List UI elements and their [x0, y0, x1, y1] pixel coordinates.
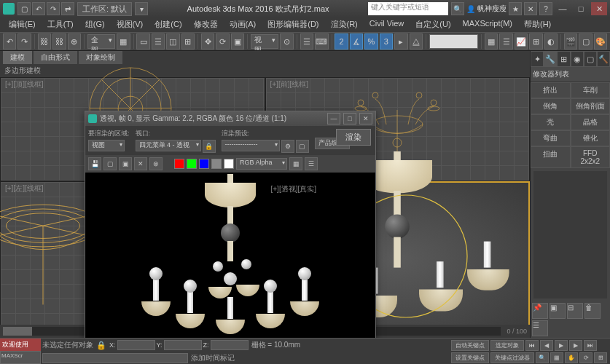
toggle-ui[interactable]: ▦	[289, 157, 302, 170]
viewport-combo[interactable]: 四元菜单 4 - 透视	[136, 140, 201, 151]
help-icon[interactable]: 🔍	[451, 2, 464, 15]
qat-new[interactable]: ▢	[17, 2, 31, 15]
channel-combo[interactable]: RGB Alpha	[236, 158, 287, 170]
select-button[interactable]: ▭	[136, 33, 149, 50]
mod-bevelprofile[interactable]: 倒角剖面	[571, 98, 611, 114]
menu-view[interactable]: 视图(V)	[112, 17, 148, 32]
ribbon-tab-modeling[interactable]: 建模	[3, 51, 32, 64]
print-button[interactable]: ✕	[134, 157, 147, 170]
play-next[interactable]: ▶	[569, 340, 582, 351]
angle-snap[interactable]: ∡	[350, 33, 363, 50]
select-name-button[interactable]: ☰	[152, 33, 165, 50]
qat-link[interactable]: ⇄	[61, 2, 74, 15]
channel-red[interactable]	[174, 159, 184, 169]
pivot-button[interactable]: ⊙	[280, 33, 293, 50]
rotate-button[interactable]: ⟳	[216, 33, 229, 50]
channel-alpha[interactable]	[211, 159, 222, 169]
nav-pan[interactable]: ✋	[565, 352, 578, 363]
select-region-button[interactable]: ◫	[166, 33, 179, 50]
maximize-button[interactable]: □	[573, 2, 589, 15]
environment-icon[interactable]: ▢	[296, 140, 309, 153]
edge-constraint[interactable]: ▸	[394, 33, 407, 50]
redo-button[interactable]: ↷	[17, 33, 31, 50]
scale-button[interactable]: ▣	[231, 33, 244, 50]
play-end[interactable]: ⏭	[584, 340, 597, 351]
qat-redo[interactable]: ↷	[47, 2, 60, 15]
modifier-stack[interactable]	[533, 171, 607, 298]
mod-shell[interactable]: 壳	[531, 114, 571, 130]
viewport-persp-label[interactable]: [+][透视][真实]	[271, 184, 317, 194]
menu-grapheditor[interactable]: 图形编辑器(D)	[263, 17, 323, 32]
mod-lattice[interactable]: 晶格	[571, 114, 611, 130]
menu-modifiers[interactable]: 修改器	[189, 17, 222, 32]
nav-zoomall[interactable]: ▦	[550, 352, 563, 363]
minimize-button[interactable]: —	[555, 2, 571, 15]
selection-filter[interactable]: 全部	[87, 34, 115, 49]
render-close-button[interactable]: ✕	[359, 113, 372, 124]
move-button[interactable]: ✥	[201, 33, 214, 50]
render-max-button[interactable]: □	[343, 113, 356, 124]
curve-editor-button[interactable]: 📈	[515, 33, 528, 50]
menu-animation[interactable]: 动画(A)	[225, 17, 261, 32]
menu-render[interactable]: 渲染(R)	[326, 17, 362, 32]
select-manipulate-button[interactable]: ☰	[300, 33, 313, 50]
coord-y[interactable]	[164, 340, 202, 350]
cmd-tab-create[interactable]: ✦	[531, 51, 544, 67]
autokey-button[interactable]: 自动关键点	[451, 340, 489, 351]
timeline-thumb[interactable]	[3, 327, 32, 336]
viewport-left-label[interactable]: [+][左][线框]	[5, 183, 44, 194]
play-start[interactable]: ⏮	[525, 340, 539, 351]
mod-bevel[interactable]: 倒角	[531, 98, 571, 114]
cmd-tab-hierarchy[interactable]: ⊞	[557, 51, 570, 67]
menu-help[interactable]: 帮助(H)	[520, 17, 555, 32]
cmd-tab-utilities[interactable]: 🔨	[597, 51, 610, 67]
coord-z[interactable]	[211, 340, 249, 350]
menu-civilview[interactable]: Civil View	[365, 17, 408, 32]
channel-blue[interactable]	[199, 159, 209, 169]
schematic-button[interactable]: ⊞	[529, 33, 542, 50]
unique[interactable]: ⊟	[567, 303, 583, 319]
cmd-tab-motion[interactable]: ◉	[571, 51, 584, 67]
undo-button[interactable]: ↶	[3, 33, 16, 50]
viewport-top-label[interactable]: [+][顶][线框]	[5, 79, 44, 90]
render-setup-button[interactable]: 🎬	[564, 33, 577, 50]
crossing-icon[interactable]: ▦	[117, 33, 130, 50]
spinner-snap[interactable]: 3	[380, 33, 393, 50]
menu-tools[interactable]: 工具(T)	[43, 17, 78, 32]
render-window-titlebar[interactable]: 透视, 帧 0, 显示 Gamma: 2.2, RGBA 颜色 16 位/通道 …	[85, 111, 375, 126]
toggle-overlay[interactable]: ☰	[305, 157, 318, 170]
close-button[interactable]: ✕	[591, 2, 607, 15]
link-button[interactable]: ⛓	[38, 33, 51, 50]
menu-maxscript[interactable]: MAXScript(M)	[458, 17, 517, 32]
keyboard-shortcut-button[interactable]: ⌨	[315, 33, 328, 50]
channel-green[interactable]	[187, 159, 197, 169]
align-button[interactable]: ▦	[485, 33, 498, 50]
maxscript-listener[interactable]: MAXScr	[0, 351, 41, 364]
favorite-icon[interactable]: ★	[509, 2, 522, 15]
show-end[interactable]: ▣	[550, 303, 566, 319]
keyfilter-button[interactable]: 关键点过滤器	[490, 352, 534, 363]
clone-button[interactable]: ▣	[119, 157, 132, 170]
pin-stack[interactable]: 📌	[532, 303, 548, 319]
nav-orbit[interactable]: ⟳	[579, 352, 593, 363]
command-input[interactable]	[42, 353, 188, 363]
welcome-badge[interactable]: 欢迎使用	[0, 339, 41, 351]
render-canvas[interactable]	[85, 173, 375, 350]
configure-sets[interactable]: ☰	[532, 320, 548, 336]
preset-combo[interactable]: ---------------	[222, 140, 280, 151]
qat-undo[interactable]: ↶	[32, 2, 45, 15]
channel-mono[interactable]	[224, 159, 234, 169]
search-input[interactable]: 键入关键字或短语	[368, 2, 448, 15]
mirror-button[interactable]: ⧋	[410, 33, 423, 50]
snap-toggle[interactable]: 2	[335, 33, 348, 50]
selected-button[interactable]: 选定对象	[490, 340, 524, 351]
clear-button[interactable]: ⊗	[149, 157, 163, 170]
window-crossing-button[interactable]: ⊞	[181, 33, 195, 50]
cmd-tab-display[interactable]: ▢	[584, 51, 597, 67]
workspace-selector[interactable]: 工作区: 默认	[77, 2, 132, 16]
viewport-front-label[interactable]: [+][前][线框]	[270, 79, 309, 90]
nav-maximize[interactable]: ⊞	[594, 352, 607, 363]
play-button[interactable]: ▶	[555, 340, 568, 351]
material-editor-button[interactable]: ◐	[544, 33, 558, 50]
setkey-button[interactable]: 设置关键点	[451, 352, 489, 363]
